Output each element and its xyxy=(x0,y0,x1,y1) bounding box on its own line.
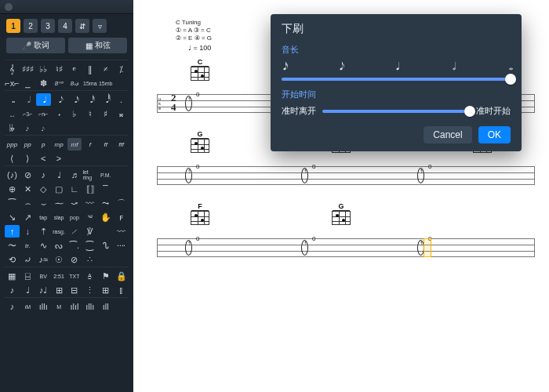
strum-mark[interactable] xyxy=(445,166,474,185)
palette-item[interactable]: 𝄎 xyxy=(98,63,113,75)
strum-mark[interactable]: ↑0 xyxy=(300,238,329,257)
palette-item[interactable]: ↘ xyxy=(5,211,20,223)
palette-item[interactable]: ♭♭ xyxy=(36,63,51,75)
palette-item[interactable]: ↑ xyxy=(5,225,20,238)
palette-item[interactable]: ♯ xyxy=(98,107,113,120)
palette-item[interactable]: . xyxy=(114,93,129,106)
palette-item[interactable]: ꜰ xyxy=(114,211,129,223)
palette-item[interactable]: ∿ xyxy=(36,239,51,252)
palette-item[interactable]: ‖ xyxy=(82,63,97,75)
palette-tab-1[interactable]: 1 xyxy=(6,19,20,33)
palette-item[interactable] xyxy=(114,169,129,181)
palette-item[interactable]: ℣ xyxy=(82,225,97,238)
strum-mark[interactable] xyxy=(445,238,474,257)
palette-item[interactable]: ⌐x⌐ xyxy=(5,77,20,89)
palette-item[interactable]: ⁓ xyxy=(52,197,67,209)
palette-item[interactable]: P.M. xyxy=(98,169,113,181)
start-time-slider[interactable] xyxy=(322,110,470,113)
palette-item[interactable]: mp xyxy=(52,138,67,151)
palette-item[interactable]: 𝅗𝅥 xyxy=(20,93,35,106)
palette-item[interactable]: 𝆕 xyxy=(36,122,51,134)
palette-item[interactable]: ⟨ xyxy=(5,152,20,165)
palette-item[interactable]: ✋ xyxy=(98,211,113,223)
strum-mark[interactable] xyxy=(329,166,358,185)
palette-item[interactable]: ff xyxy=(98,138,113,151)
palette-item[interactable]: tr. xyxy=(20,239,35,252)
chord-diagram[interactable]: F xyxy=(188,202,212,225)
palette-item[interactable]: ⁒ xyxy=(114,63,129,75)
palette-item[interactable]: p xyxy=(36,138,51,151)
palette-item[interactable]: ⟦⟧ xyxy=(82,183,97,195)
palette-item[interactable]: ♪ xyxy=(5,300,20,313)
palette-item[interactable]: tap xyxy=(36,211,51,223)
strum-mark[interactable] xyxy=(213,238,242,257)
palette-item[interactable]: ıllı xyxy=(82,300,97,313)
palette-item[interactable]: ⊘ xyxy=(20,169,35,181)
palette-item[interactable]: 𝅘𝅥𝅰 xyxy=(82,93,97,106)
palette-item[interactable]: ⁀. xyxy=(67,239,82,252)
palette-item[interactable]: ⊞ xyxy=(98,284,113,296)
palette-item[interactable]: 𝆺 xyxy=(52,107,67,120)
palette-item[interactable]: A̲ xyxy=(82,270,97,282)
palette-item[interactable]: ppp xyxy=(5,138,20,151)
palette-item[interactable]: M xyxy=(52,300,67,313)
palette-tab-3[interactable]: 3 xyxy=(41,19,55,33)
palette-item[interactable]: 𝅝 xyxy=(5,93,20,106)
strum-mark[interactable] xyxy=(271,166,300,185)
palette-item[interactable]: 𝄞 xyxy=(5,63,20,75)
palette-item[interactable] xyxy=(114,300,129,313)
palette-item[interactable]: ♮ xyxy=(82,107,97,120)
palette-item[interactable]: 🔒 xyxy=(114,270,129,282)
palette-item[interactable]: ⊟ xyxy=(67,284,82,296)
lyrics-button[interactable]: 🎤歌词 xyxy=(6,38,65,53)
palette-item[interactable]: ♪ xyxy=(36,169,51,181)
window-control-icon[interactable] xyxy=(5,3,13,11)
palette-item[interactable]: 𝄴 xyxy=(67,63,82,75)
palette-item[interactable]: ⫿ xyxy=(114,284,129,296)
palette-item[interactable]: ⎺ xyxy=(98,183,113,195)
palette-item[interactable]: ⚑ xyxy=(98,270,113,282)
palette-item[interactable]: ⇡ xyxy=(36,225,51,238)
palette-item[interactable]: rasg. xyxy=(52,225,67,238)
start-time-slider-knob[interactable] xyxy=(464,106,475,117)
palette-item[interactable]: ıllı xyxy=(36,300,51,313)
strum-mark[interactable]: ↑0 xyxy=(184,238,213,257)
palette-item[interactable]: ◇ xyxy=(36,183,51,195)
strum-mark[interactable] xyxy=(387,238,416,257)
palette-item[interactable]: fff xyxy=(114,138,129,151)
strum-mark[interactable] xyxy=(271,238,300,257)
palette-item[interactable]: ♪ xyxy=(5,284,20,296)
palette-item[interactable]: 〜 xyxy=(5,239,20,252)
palette-item[interactable]: pop xyxy=(67,211,82,223)
palette-tab-more-icon[interactable]: ▿ xyxy=(93,19,107,33)
strum-mark[interactable] xyxy=(503,166,532,185)
palette-item[interactable]: ▦ xyxy=(5,270,20,282)
palette-tab-2[interactable]: 2 xyxy=(24,19,38,33)
palette-item[interactable]: ↗ xyxy=(20,211,35,223)
palette-item[interactable]: ⟩ xyxy=(20,152,35,165)
duration-slider-knob[interactable] xyxy=(505,74,516,85)
palette-item[interactable]: ♩ xyxy=(20,284,35,296)
palette-item[interactable]: ☉ xyxy=(52,253,67,266)
palette-item[interactable]: ༄ xyxy=(82,211,97,223)
palette-item[interactable]: 〰 xyxy=(82,197,97,209)
palette-item[interactable]: mf xyxy=(67,138,82,151)
palette-item[interactable]: 15ma xyxy=(82,77,97,89)
palette-item[interactable]: ⌢ xyxy=(20,197,35,209)
palette-item[interactable]: ♭ xyxy=(67,107,82,120)
strum-mark[interactable] xyxy=(213,166,242,185)
palette-item[interactable] xyxy=(114,183,129,195)
strum-mark[interactable] xyxy=(503,238,532,257)
palette-item[interactable]: ⟲ xyxy=(5,253,20,266)
strum-mark[interactable] xyxy=(358,166,387,185)
palette-item[interactable]: ⤻ xyxy=(67,197,82,209)
palette-item[interactable]: 8ᵛᵃ xyxy=(52,77,67,89)
palette-item[interactable]: 𝅘𝅥𝅮 xyxy=(52,93,67,106)
palette-item[interactable]: TXT xyxy=(67,270,82,282)
palette-item[interactable]: ♯♯♯ xyxy=(20,63,35,75)
palette-item[interactable] xyxy=(98,225,113,238)
palette-item[interactable]: .. xyxy=(5,107,20,120)
palette-item[interactable]: ⌐n⌐ xyxy=(36,107,51,120)
chord-diagram[interactable]: G xyxy=(329,202,353,225)
palette-item[interactable]: (♪) xyxy=(5,169,20,181)
